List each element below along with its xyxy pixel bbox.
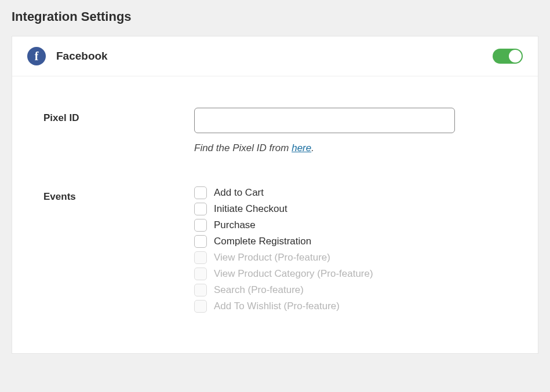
event-checkbox <box>194 284 207 296</box>
page-title: Integration Settings <box>12 0 538 36</box>
event-item: Initiate Checkout <box>194 203 523 215</box>
event-label: Complete Registration <box>214 236 311 247</box>
events-label: Events <box>43 186 194 203</box>
pixel-id-input[interactable] <box>194 108 455 133</box>
event-item: Add To Wishlist (Pro-feature) <box>194 300 523 313</box>
event-checkbox <box>194 268 207 280</box>
facebook-icon: f <box>27 47 46 65</box>
panel-header-left: f Facebook <box>27 47 108 65</box>
event-label: View Product Category (Pro-feature) <box>214 268 373 280</box>
events-row: Events Add to CartInitiate CheckoutPurch… <box>43 186 523 313</box>
event-checkbox <box>194 300 207 313</box>
events-list: Add to CartInitiate CheckoutPurchaseComp… <box>194 186 523 313</box>
event-checkbox[interactable] <box>194 186 207 199</box>
integration-panel: f Facebook Pixel ID Find the Pixel ID fr… <box>12 36 538 354</box>
pixel-row: Pixel ID Find the Pixel ID from here. <box>43 108 523 154</box>
event-checkbox[interactable] <box>194 203 207 215</box>
toggle-knob <box>509 50 522 63</box>
event-item: View Product Category (Pro-feature) <box>194 268 523 280</box>
event-item: Search (Pro-feature) <box>194 284 523 296</box>
event-checkbox <box>194 251 207 264</box>
event-item: Purchase <box>194 219 523 232</box>
enable-toggle[interactable] <box>493 49 523 64</box>
pixel-hint-link[interactable]: here <box>292 142 311 153</box>
pixel-control: Find the Pixel ID from here. <box>194 108 523 154</box>
integration-name: Facebook <box>56 50 108 63</box>
panel-body: Pixel ID Find the Pixel ID from here. Ev… <box>12 76 538 353</box>
event-label: Add to Cart <box>214 187 264 199</box>
events-control: Add to CartInitiate CheckoutPurchaseComp… <box>194 186 523 313</box>
pixel-hint: Find the Pixel ID from here. <box>194 142 523 154</box>
pixel-id-label: Pixel ID <box>43 108 194 124</box>
event-item: View Product (Pro-feature) <box>194 251 523 264</box>
hint-suffix: . <box>311 142 314 153</box>
event-label: Purchase <box>214 219 256 231</box>
panel-header: f Facebook <box>12 36 538 76</box>
event-checkbox[interactable] <box>194 235 207 248</box>
event-checkbox[interactable] <box>194 219 207 232</box>
event-label: Add To Wishlist (Pro-feature) <box>214 301 340 312</box>
hint-prefix: Find the Pixel ID from <box>194 142 292 153</box>
event-label: Search (Pro-feature) <box>214 284 304 296</box>
event-label: Initiate Checkout <box>214 203 287 215</box>
event-item: Complete Registration <box>194 235 523 248</box>
event-item: Add to Cart <box>194 186 523 199</box>
event-label: View Product (Pro-feature) <box>214 252 330 263</box>
